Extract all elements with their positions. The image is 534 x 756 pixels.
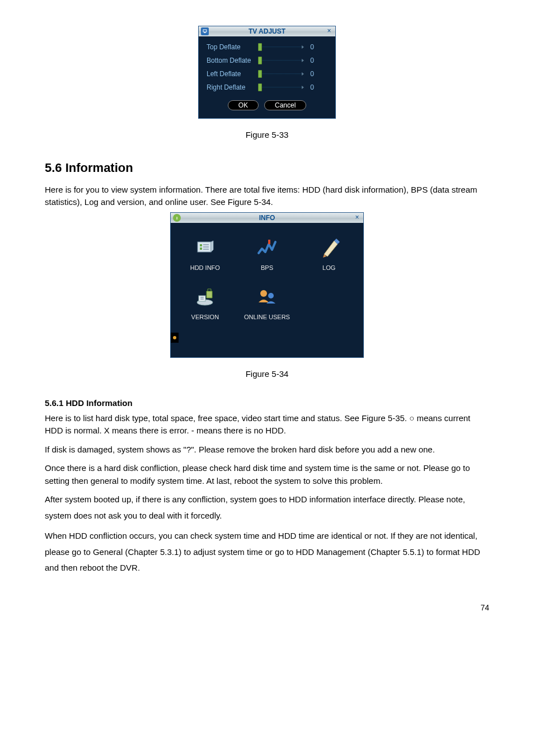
bottom-deflate-row: Bottom Deflate 0 <box>207 55 327 66</box>
svg-rect-9 <box>203 246 209 248</box>
bps-item[interactable]: BPS <box>238 236 296 273</box>
bottom-deflate-label: Bottom Deflate <box>207 55 255 66</box>
svg-rect-0 <box>203 30 207 32</box>
bottom-deflate-value: 0 <box>306 55 314 66</box>
version-item[interactable]: VERSION <box>176 286 234 322</box>
tv-adjust-titlebar: TV ADJUST × <box>199 26 335 36</box>
right-deflate-label: Right Deflate <box>207 82 255 92</box>
tv-adjust-icon <box>201 27 209 35</box>
top-deflate-row: Top Deflate 0 <box>207 42 327 52</box>
svg-rect-11 <box>268 240 270 244</box>
online-users-label: ONLINE USERS <box>244 312 290 322</box>
version-icon <box>193 286 217 309</box>
top-deflate-value: 0 <box>306 42 314 52</box>
hdd-para-4: After system booted up, if there is any … <box>45 492 489 524</box>
page-number: 74 <box>45 602 489 614</box>
svg-rect-7 <box>200 248 202 250</box>
top-deflate-slider[interactable] <box>258 44 303 50</box>
subsection-5-6-1-heading: 5.6.1 HDD Information <box>45 397 489 410</box>
svg-rect-1 <box>204 32 206 34</box>
log-item[interactable]: LOG <box>300 236 358 273</box>
left-deflate-row: Left Deflate 0 <box>207 69 327 79</box>
right-deflate-slider[interactable] <box>258 85 303 90</box>
svg-rect-6 <box>200 244 202 246</box>
svg-rect-17 <box>200 297 204 298</box>
hdd-info-item[interactable]: HDD INFO <box>176 236 234 273</box>
tv-adjust-window: TV ADJUST × Top Deflate 0 Bottom Deflate… <box>198 26 336 119</box>
tv-adjust-title: TV ADJUST <box>209 26 325 36</box>
info-corner-marker <box>171 333 179 343</box>
hdd-para-2: If disk is damaged, system shows as "?".… <box>45 442 489 458</box>
top-deflate-label: Top Deflate <box>207 42 255 52</box>
svg-point-20 <box>268 293 274 298</box>
svg-marker-5 <box>211 241 213 252</box>
info-icon: i <box>173 214 181 222</box>
section-5-6-body: Here is for you to view system informati… <box>45 184 489 209</box>
hdd-para-3: Once there is a hard disk confliction, p… <box>45 462 489 487</box>
figure-5-34-caption: Figure 5-34 <box>45 368 489 381</box>
info-window: i INFO × <box>170 212 364 358</box>
right-deflate-row: Right Deflate 0 <box>207 82 327 92</box>
ok-button[interactable]: OK <box>228 100 259 110</box>
left-deflate-value: 0 <box>306 69 314 79</box>
svg-rect-10 <box>203 249 209 250</box>
info-title: INFO <box>181 213 353 223</box>
left-deflate-label: Left Deflate <box>207 69 255 79</box>
log-label: LOG <box>322 263 335 273</box>
bottom-deflate-slider[interactable] <box>258 58 303 63</box>
svg-rect-18 <box>200 298 204 300</box>
online-users-icon <box>255 286 279 309</box>
hdd-para-5: When HDD confliction occurs, you can che… <box>45 528 489 576</box>
close-icon[interactable]: × <box>353 214 361 222</box>
section-5-6-heading: 5.6 Information <box>45 158 489 177</box>
cancel-button[interactable]: Cancel <box>264 100 306 110</box>
right-deflate-value: 0 <box>306 82 314 92</box>
hdd-info-label: HDD INFO <box>190 263 220 273</box>
version-label: VERSION <box>191 312 219 322</box>
svg-text:i: i <box>176 216 177 221</box>
figure-5-33-caption: Figure 5-33 <box>45 129 489 142</box>
online-users-item[interactable]: ONLINE USERS <box>238 286 296 322</box>
info-titlebar: i INFO × <box>171 213 363 223</box>
bps-label: BPS <box>261 263 273 273</box>
left-deflate-slider[interactable] <box>258 71 303 77</box>
bps-icon <box>255 236 279 260</box>
log-icon <box>317 236 341 260</box>
svg-rect-8 <box>203 244 209 245</box>
svg-point-19 <box>260 290 267 297</box>
close-icon[interactable]: × <box>325 27 333 35</box>
hdd-para-1: Here is to list hard disk type, total sp… <box>45 412 489 437</box>
svg-marker-12 <box>324 241 338 256</box>
hdd-info-icon <box>193 236 217 260</box>
